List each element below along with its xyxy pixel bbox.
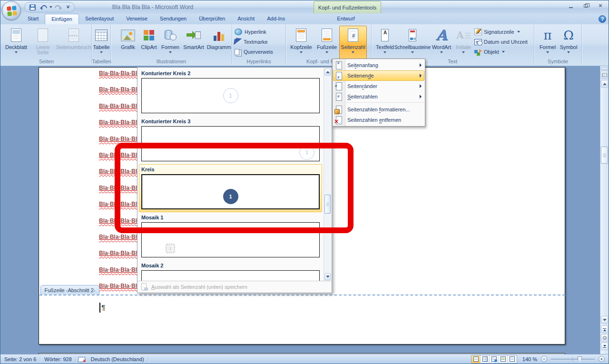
querverweis-button[interactable]: Querverweis (234, 47, 273, 57)
scrollbar-thumb[interactable] (601, 147, 608, 164)
minimize-button[interactable] (566, 2, 576, 9)
fusszeile-button[interactable]: Fußzeile (315, 26, 338, 59)
dropdown-arrow-icon (100, 51, 103, 53)
tab-seitenlayout[interactable]: Seitenlayout (79, 14, 120, 24)
dropdown-arrow-icon (15, 51, 18, 53)
textfeld-button[interactable]: Textfeld (373, 26, 396, 59)
kopfzeile-button[interactable]: Kopfzeile (288, 26, 314, 59)
tab-entwurf[interactable]: Entwurf (326, 14, 366, 21)
gallery-item-konturierter-kreis-2[interactable]: Konturierter Kreis 21 (139, 68, 322, 116)
page-number-icon (348, 29, 358, 42)
footer-icon (322, 29, 332, 42)
scroll-down-button[interactable] (601, 316, 608, 324)
formel-button[interactable]: π Formel (537, 26, 558, 59)
smartart-button[interactable]: SmartArt (181, 26, 206, 59)
previous-page-button[interactable] (601, 325, 608, 333)
web-layout-view-button[interactable] (490, 355, 499, 363)
seitenumbruch-button[interactable]: Seitenumbruch (56, 26, 92, 59)
datum-uhrzeit-button[interactable]: Datum und Uhrzeit (474, 37, 528, 47)
equation-icon: π (543, 28, 551, 42)
vertical-scrollbar[interactable] (600, 66, 609, 354)
dropdown-arrow-icon (300, 51, 303, 53)
menu-item-seitenzahlen-entfernen[interactable]: Seitenzahlen entfernen (333, 115, 425, 125)
close-icon: × (599, 3, 602, 8)
window-title: Bla Bla Bla Bla - Microsoft Word (29, 4, 276, 10)
hyperlink-button[interactable]: Hyperlink (234, 27, 266, 37)
dropdown-arrow-icon (383, 51, 386, 53)
grafik-button[interactable]: Grafik (118, 26, 138, 59)
zoom-slider-thumb[interactable] (578, 356, 582, 363)
proofing-error-icon[interactable] (78, 356, 85, 362)
group-label-symbole: Symbole (534, 59, 581, 64)
gallery-item-mosaik-2[interactable]: Mosaik 2 (139, 260, 322, 281)
gallery-item-label: Konturierter Kreis 3 (140, 118, 321, 126)
signature-line-icon (474, 29, 482, 35)
page-indicator[interactable]: Seite: 2 von 6 (0, 356, 40, 362)
initiale-button[interactable]: A Initiale (453, 26, 473, 59)
triangle-up-icon (603, 83, 607, 85)
menu-item-seitenzahlen-formatieren[interactable]: Seitenzahlen formatieren... (333, 104, 425, 115)
ruler-toggle-button[interactable] (601, 71, 608, 79)
tab-überprüfen[interactable]: Überprüfen (193, 14, 231, 24)
footer-section-tab: Fußzeile -Abschnitt 2- (40, 285, 99, 295)
tab-sendungen[interactable]: Sendungen (154, 14, 193, 24)
gallery-scroll-up-button[interactable] (324, 69, 331, 76)
formen-button[interactable]: Formen (159, 26, 181, 59)
print-layout-view-button[interactable] (471, 355, 481, 363)
select-browse-object-button[interactable] (601, 334, 608, 342)
zoom-out-button[interactable] (541, 356, 547, 362)
zoom-slider[interactable] (551, 359, 595, 360)
gallery-scroll-down-button[interactable] (324, 273, 331, 280)
menu-item-seitenanfang[interactable]: Seitenanfang (333, 60, 425, 70)
previous-page-icon (603, 328, 606, 331)
language-indicator[interactable]: Deutsch (Deutschland) (87, 356, 148, 362)
clipart-button[interactable]: ClipArt (138, 26, 159, 59)
fullscreen-reading-view-button[interactable] (481, 355, 490, 363)
seitenzahl-button[interactable]: Seitenzahl (339, 26, 367, 59)
gallery-item-preview: 1 (141, 174, 320, 209)
signaturzeile-button[interactable]: Signaturzeile (474, 27, 520, 37)
tab-add-ins[interactable]: Add-Ins (261, 14, 291, 24)
tab-start[interactable]: Start (21, 14, 45, 24)
tab-einfügen[interactable]: Einfügen (45, 14, 79, 24)
diagramm-button[interactable]: Diagramm (206, 26, 232, 59)
deckblatt-button[interactable]: Deckblatt (2, 26, 30, 59)
gallery-item-kreis[interactable]: Kreis1 (139, 164, 322, 212)
gallery-item-label: Kreis (140, 166, 321, 174)
outline-view-button[interactable] (499, 355, 508, 363)
textmarke-button[interactable]: Textmarke (234, 37, 268, 47)
zoom-level[interactable]: 140 % (521, 356, 537, 362)
gallery-scrollbar[interactable] (324, 68, 331, 281)
menu-item-seitenende[interactable]: Seitenende (333, 70, 425, 81)
tabelle-button[interactable]: Tabelle (93, 26, 110, 59)
draft-view-button[interactable] (508, 355, 517, 363)
office-button[interactable] (2, 1, 21, 20)
browse-object-icon (603, 336, 607, 340)
menu-item-seitenränder[interactable]: Seitenränder (333, 81, 425, 91)
gallery-item-mosaik-1[interactable]: Mosaik 11 (139, 212, 322, 260)
quick-parts-icon (409, 29, 416, 41)
next-page-button[interactable] (601, 343, 608, 350)
schnellbausteine-button[interactable]: Schnellbausteine (397, 26, 428, 59)
save-selection-command[interactable]: Auswahl als Seitenzahl (unten) speichern (138, 281, 331, 292)
objekt-button[interactable]: Objekt (474, 47, 505, 57)
help-button[interactable]: ? (599, 15, 606, 23)
split-handle[interactable] (601, 67, 608, 70)
footer-boundary-line (39, 295, 565, 295)
restore-button[interactable] (580, 2, 591, 9)
menu-item-seitenzahlen[interactable]: Seitenzahlen (333, 91, 425, 102)
submenu-arrow-icon (420, 84, 422, 88)
word-count[interactable]: Wörter: 928 (40, 356, 75, 362)
close-button[interactable]: × (595, 2, 606, 9)
tab-verweise[interactable]: Verweise (120, 14, 154, 24)
tab-ansicht[interactable]: Ansicht (231, 14, 261, 24)
gallery-item-konturierter-kreis-3[interactable]: Konturierter Kreis 31 (139, 116, 322, 164)
symbol-button[interactable]: Ω Symbol (558, 26, 579, 59)
page-number-bottom-icon (334, 71, 343, 80)
zoom-in-button[interactable] (599, 356, 605, 362)
gallery-scrollbar-thumb[interactable] (324, 195, 331, 214)
leere-seite-button[interactable]: Leere Seite (30, 26, 56, 59)
scroll-up-button[interactable] (601, 80, 608, 88)
wordart-button[interactable]: A WordArt (430, 26, 453, 59)
ribbon-group-hyperlinks: Hyperlink Textmarke Querverweis Hyperlin… (232, 25, 286, 65)
